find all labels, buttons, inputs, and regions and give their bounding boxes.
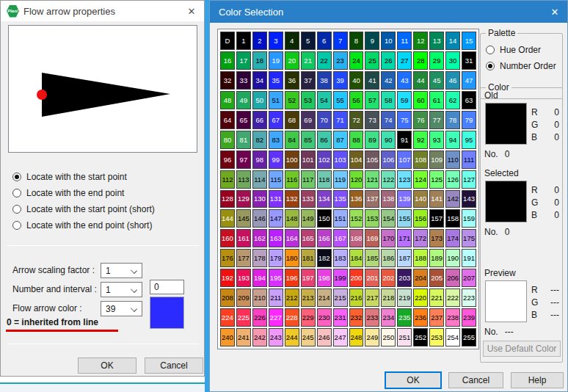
- palette-cell-71[interactable]: 71: [333, 111, 348, 129]
- palette-cell-127[interactable]: 127: [462, 170, 476, 189]
- palette-cell-229[interactable]: 229: [301, 308, 316, 327]
- palette-cell-76[interactable]: 76: [413, 111, 428, 129]
- palette-cell-232[interactable]: 232: [349, 308, 364, 327]
- palette-cell-141[interactable]: 141: [429, 190, 444, 208]
- palette-cell-180[interactable]: 180: [285, 249, 299, 267]
- palette-cell-170[interactable]: 170: [381, 229, 396, 247]
- palette-cell-33[interactable]: 33: [236, 71, 251, 90]
- help-button[interactable]: Help: [511, 372, 564, 388]
- palette-cell-206[interactable]: 206: [445, 269, 460, 287]
- palette-cell-190[interactable]: 190: [445, 249, 460, 267]
- palette-cell-1[interactable]: 1: [236, 32, 251, 50]
- palette-cell-92[interactable]: 92: [413, 131, 428, 149]
- palette-cell-234[interactable]: 234: [381, 308, 396, 327]
- palette-cell-70[interactable]: 70: [317, 111, 332, 129]
- palette-cell-118[interactable]: 118: [317, 170, 332, 189]
- palette-cell-57[interactable]: 57: [365, 91, 379, 109]
- palette-cell-65[interactable]: 65: [236, 111, 251, 129]
- palette-cell-223[interactable]: 223: [462, 288, 476, 307]
- palette-cell-104[interactable]: 104: [349, 150, 364, 169]
- palette-cell-109[interactable]: 109: [429, 150, 444, 169]
- palette-cell-14[interactable]: 14: [445, 32, 460, 50]
- cancel-button[interactable]: Cancel: [145, 357, 203, 374]
- palette-cell-245[interactable]: 245: [301, 328, 316, 346]
- palette-cell-97[interactable]: 97: [236, 150, 251, 169]
- palette-cell-218[interactable]: 218: [381, 288, 396, 307]
- palette-cell-110[interactable]: 110: [445, 150, 460, 169]
- palette-cell-187[interactable]: 187: [397, 249, 412, 267]
- palette-cell-18[interactable]: 18: [252, 51, 267, 70]
- palette-cell-247[interactable]: 247: [333, 328, 348, 346]
- palette-cell-29[interactable]: 29: [429, 51, 444, 70]
- palette-cell-49[interactable]: 49: [236, 91, 251, 109]
- palette-cell-112[interactable]: 112: [220, 170, 235, 189]
- palette-cell-244[interactable]: 244: [285, 328, 299, 346]
- palette-cell-64[interactable]: 64: [220, 111, 235, 129]
- interval-input[interactable]: 0: [150, 280, 184, 294]
- palette-cell-242[interactable]: 242: [252, 328, 267, 346]
- palette-cell-228[interactable]: 228: [285, 308, 299, 327]
- palette-cell-196[interactable]: 196: [285, 269, 299, 287]
- palette-cell-222[interactable]: 222: [445, 288, 460, 307]
- number-interval-dropdown[interactable]: 1: [101, 282, 142, 297]
- palette-cell-11[interactable]: 11: [397, 32, 412, 50]
- palette-cell-195[interactable]: 195: [269, 269, 283, 287]
- cancel-button[interactable]: Cancel: [448, 372, 503, 388]
- palette-cell-42[interactable]: 42: [381, 71, 396, 90]
- palette-cell-162[interactable]: 162: [252, 229, 267, 247]
- palette-cell-249[interactable]: 249: [365, 328, 379, 346]
- palette-cell-231[interactable]: 231: [333, 308, 348, 327]
- palette-cell-40[interactable]: 40: [349, 71, 364, 90]
- radio-icon[interactable]: [486, 46, 495, 54]
- palette-cell-213[interactable]: 213: [301, 288, 316, 307]
- palette-cell-241[interactable]: 241: [236, 328, 251, 346]
- palette-cell-34[interactable]: 34: [252, 71, 267, 90]
- palette-cell-191[interactable]: 191: [462, 249, 476, 267]
- palette-cell-161[interactable]: 161: [236, 229, 251, 247]
- palette-cell-224[interactable]: 224: [220, 308, 235, 327]
- palette-cell-159[interactable]: 159: [462, 209, 476, 228]
- palette-cell-205[interactable]: 205: [429, 269, 444, 287]
- palette-cell-119[interactable]: 119: [333, 170, 348, 189]
- palette-cell-68[interactable]: 68: [285, 111, 299, 129]
- palette-cell-67[interactable]: 67: [269, 111, 283, 129]
- palette-cell-44[interactable]: 44: [413, 71, 428, 90]
- ok-button[interactable]: OK: [78, 357, 136, 374]
- palette-cell-66[interactable]: 66: [252, 111, 267, 129]
- palette-cell-30[interactable]: 30: [445, 51, 460, 70]
- palette-cell-243[interactable]: 243: [269, 328, 283, 346]
- palette-cell-155[interactable]: 155: [397, 209, 412, 228]
- palette-cell-149[interactable]: 149: [301, 209, 316, 228]
- palette-cell-8[interactable]: 8: [349, 32, 364, 50]
- palette-cell-61[interactable]: 61: [429, 91, 444, 109]
- palette-cell-219[interactable]: 219: [397, 288, 412, 307]
- palette-cell-114[interactable]: 114: [252, 170, 267, 189]
- palette-cell-201[interactable]: 201: [365, 269, 379, 287]
- palette-cell-9[interactable]: 9: [365, 32, 379, 50]
- palette-cell-151[interactable]: 151: [333, 209, 348, 228]
- palette-cell-39[interactable]: 39: [333, 71, 348, 90]
- palette-cell-253[interactable]: 253: [429, 328, 444, 346]
- palette-cell-233[interactable]: 233: [365, 308, 379, 327]
- palette-cell-74[interactable]: 74: [381, 111, 396, 129]
- radio-icon[interactable]: [12, 189, 21, 197]
- palette-cell-168[interactable]: 168: [349, 229, 364, 247]
- palette-cell-55[interactable]: 55: [333, 91, 348, 109]
- palette-cell-189[interactable]: 189: [429, 249, 444, 267]
- palette-cell-108[interactable]: 108: [413, 150, 428, 169]
- palette-cell-43[interactable]: 43: [397, 71, 412, 90]
- palette-cell-143[interactable]: 143: [462, 190, 476, 208]
- palette-cell-230[interactable]: 230: [317, 308, 332, 327]
- palette-cell-6[interactable]: 6: [317, 32, 332, 50]
- palette-cell-248[interactable]: 248: [349, 328, 364, 346]
- palette-cell-51[interactable]: 51: [269, 91, 283, 109]
- palette-cell-246[interactable]: 246: [317, 328, 332, 346]
- use-default-color-button[interactable]: Use Default Color: [483, 341, 561, 357]
- palette-cell-106[interactable]: 106: [381, 150, 396, 169]
- palette-cell-178[interactable]: 178: [252, 249, 267, 267]
- palette-cell-28[interactable]: 28: [413, 51, 428, 70]
- palette-cell-16[interactable]: 16: [220, 51, 235, 70]
- palette-cell-227[interactable]: 227: [269, 308, 283, 327]
- palette-cell-86[interactable]: 86: [317, 131, 332, 149]
- palette-cell-254[interactable]: 254: [445, 328, 460, 346]
